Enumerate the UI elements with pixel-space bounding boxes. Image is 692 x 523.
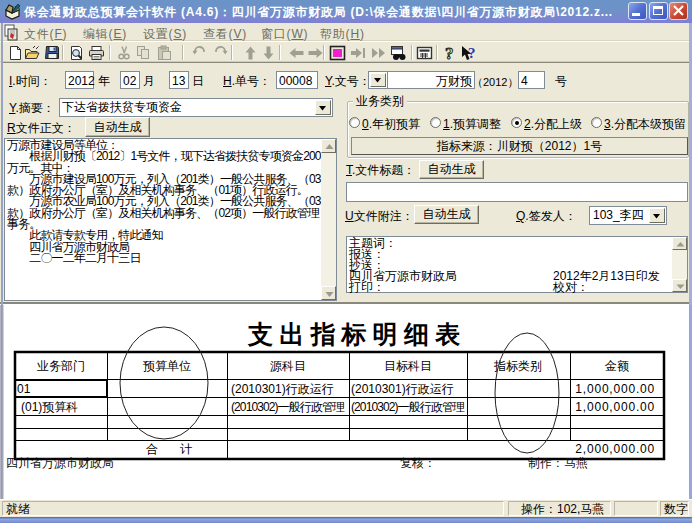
svg-text:源科目: 源科目 bbox=[270, 359, 306, 373]
svg-text:01: 01 bbox=[17, 382, 31, 396]
svg-text:指标类别: 指标类别 bbox=[493, 359, 542, 373]
svg-text:计: 计 bbox=[180, 442, 192, 456]
svg-text:(2010301)行政运行: (2010301)行政运行 bbox=[231, 382, 334, 396]
svg-text:预算单位: 预算单位 bbox=[143, 359, 191, 373]
svg-text:金额: 金额 bbox=[604, 359, 629, 373]
svg-text:业务部门: 业务部门 bbox=[37, 359, 85, 373]
svg-text:1,000,000.00: 1,000,000.00 bbox=[575, 382, 655, 396]
svg-text:四川省万源市财政局: 四川省万源市财政局 bbox=[6, 456, 114, 470]
svg-text:2,000,000.00: 2,000,000.00 bbox=[575, 442, 655, 456]
svg-text:复核：: 复核： bbox=[400, 456, 436, 470]
svg-text:目标科目: 目标科目 bbox=[384, 359, 432, 373]
svg-text:制作：马燕: 制作：马燕 bbox=[528, 456, 588, 470]
svg-text:(2010302)一般行政管理: (2010302)一般行政管理 bbox=[231, 400, 345, 414]
svg-text:1,000,000.00: 1,000,000.00 bbox=[575, 400, 655, 414]
svg-text:合: 合 bbox=[146, 442, 158, 456]
svg-text:?: ? bbox=[445, 45, 454, 61]
svg-text:?: ? bbox=[468, 45, 476, 61]
svg-text:(01)预算科: (01)预算科 bbox=[21, 400, 78, 414]
svg-text:(2010301)行政运行: (2010301)行政运行 bbox=[351, 382, 454, 396]
svg-text:(2010302)一般行政管理: (2010302)一般行政管理 bbox=[351, 400, 465, 414]
